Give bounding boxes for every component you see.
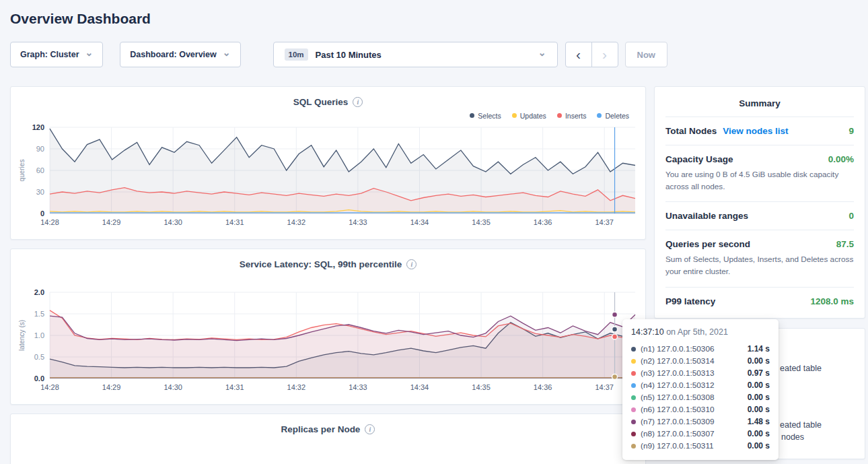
replicas-panel: Replicas per Node i bbox=[10, 413, 646, 464]
tooltip-node-label: (n4) 127.0.0.1:50312 bbox=[641, 380, 715, 390]
svg-text:14:30: 14:30 bbox=[164, 218, 182, 226]
series-color-dot-icon bbox=[631, 383, 636, 388]
graph-dropdown[interactable]: Graph: Cluster ⌄ bbox=[10, 42, 103, 67]
tooltip-node-value: 1.14 s bbox=[748, 344, 770, 354]
svg-text:14:29: 14:29 bbox=[102, 383, 121, 391]
svg-text:0.0: 0.0 bbox=[34, 374, 44, 383]
info-icon[interactable]: i bbox=[365, 424, 375, 434]
event-item-fragment: nodes bbox=[781, 432, 804, 442]
chevron-down-icon: ⌄ bbox=[223, 49, 231, 56]
info-icon[interactable]: i bbox=[353, 97, 363, 107]
tooltip-row: (n1) 127.0.0.1:503061.14 s bbox=[631, 343, 770, 355]
legend-item: Updates bbox=[512, 112, 546, 119]
tooltip-row: (n8) 127.0.0.1:503070.00 s bbox=[631, 428, 770, 440]
event-item-fragment: eated table bbox=[780, 364, 822, 373]
tooltip-node-value: 0.00 s bbox=[748, 429, 770, 438]
total-nodes-label: Total Nodes bbox=[665, 126, 717, 136]
svg-text:14:33: 14:33 bbox=[349, 383, 367, 391]
tooltip-row: (n9) 127.0.0.1:503110.00 s bbox=[631, 440, 770, 452]
capacity-label: Capacity Usage bbox=[665, 154, 733, 164]
tooltip-node-label: (n5) 127.0.0.1:50308 bbox=[641, 393, 715, 402]
time-prev-button[interactable]: ‹ bbox=[565, 42, 592, 67]
series-color-dot-icon bbox=[631, 444, 636, 449]
series-color-dot-icon bbox=[631, 420, 636, 424]
tooltip-node-value: 0.00 s bbox=[748, 393, 770, 402]
chevron-down-icon: ⌄ bbox=[538, 49, 546, 56]
svg-text:14:32: 14:32 bbox=[287, 383, 306, 391]
svg-text:latency (s): latency (s) bbox=[18, 320, 26, 351]
capacity-value: 0.00% bbox=[828, 154, 854, 164]
dashboard-dropdown[interactable]: Dashboard: Overview ⌄ bbox=[120, 42, 240, 67]
sql-queries-panel: SQL Queries i SelectsUpdatesInsertsDelet… bbox=[10, 86, 646, 240]
tooltip-node-label: (n8) 127.0.0.1:50307 bbox=[641, 429, 715, 438]
svg-text:14:34: 14:34 bbox=[410, 383, 429, 391]
summary-row-p99: P99 latency 1208.0 ms bbox=[665, 287, 854, 315]
legend-item: Inserts bbox=[557, 112, 587, 119]
svg-text:queries: queries bbox=[18, 160, 26, 182]
toolbar: Graph: Cluster ⌄ Dashboard: Overview ⌄ 1… bbox=[10, 42, 865, 67]
sql-queries-chart[interactable]: 14:2814:2914:3014:3114:3214:3314:3414:35… bbox=[16, 121, 639, 235]
chevron-right-icon: › bbox=[602, 46, 607, 63]
summary-title: Summary bbox=[665, 87, 854, 117]
tooltip-row: (n5) 127.0.0.1:503080.00 s bbox=[631, 391, 770, 403]
chevron-left-icon: ‹ bbox=[576, 46, 581, 63]
total-nodes-value: 9 bbox=[848, 126, 854, 136]
chart-hover-tooltip: 14:37:10 on Apr 5th, 2021 (n1) 127.0.0.1… bbox=[622, 319, 779, 460]
unavailable-label: Unavailable ranges bbox=[665, 211, 748, 221]
latency-chart[interactable]: 14:2814:2914:3014:3114:3214:3314:3414:35… bbox=[16, 286, 639, 400]
time-range-badge: 10m bbox=[285, 48, 308, 61]
chart-title-sql-queries: SQL Queries i bbox=[11, 87, 645, 107]
dashboard-dropdown-label: Dashboard: Overview bbox=[130, 50, 217, 59]
svg-text:14:36: 14:36 bbox=[534, 383, 552, 391]
capacity-desc: You are using 0 B of 4.5 GiB usable disk… bbox=[665, 169, 854, 193]
page-title: Overview Dashboard bbox=[10, 11, 865, 27]
svg-text:14:34: 14:34 bbox=[410, 218, 429, 226]
p99-value: 1208.0 ms bbox=[810, 296, 854, 306]
qps-label: Queries per second bbox=[665, 239, 750, 249]
svg-text:0.5: 0.5 bbox=[34, 353, 44, 361]
series-color-dot-icon bbox=[470, 113, 474, 118]
view-nodes-list-link[interactable]: View nodes list bbox=[723, 126, 788, 136]
info-icon[interactable]: i bbox=[406, 259, 417, 269]
unavailable-value: 0 bbox=[848, 211, 854, 221]
tooltip-node-value: 0.00 s bbox=[748, 356, 770, 366]
p99-label: P99 latency bbox=[665, 296, 715, 306]
svg-text:120: 120 bbox=[32, 123, 44, 131]
series-color-dot-icon bbox=[631, 347, 636, 352]
tooltip-node-label: (n2) 127.0.0.1:50314 bbox=[641, 356, 715, 366]
svg-text:14:36: 14:36 bbox=[534, 218, 552, 226]
sql-queries-legend: SelectsUpdatesInsertsDeletes bbox=[11, 107, 645, 119]
tooltip-node-value: 0.00 s bbox=[748, 380, 770, 390]
time-range-dropdown[interactable]: 10m Past 10 Minutes ⌄ bbox=[273, 42, 558, 67]
tooltip-node-label: (n3) 127.0.0.1:50313 bbox=[641, 368, 715, 378]
tooltip-node-label: (n1) 127.0.0.1:50306 bbox=[641, 344, 715, 354]
tooltip-row: (n2) 127.0.0.1:503140.00 s bbox=[631, 355, 770, 367]
tooltip-row: (n3) 127.0.0.1:503130.97 s bbox=[631, 367, 770, 379]
time-next-button[interactable]: › bbox=[591, 42, 618, 67]
series-color-dot-icon bbox=[631, 395, 636, 400]
charts-column: SQL Queries i SelectsUpdatesInsertsDelet… bbox=[10, 86, 646, 464]
graph-dropdown-label: Graph: Cluster bbox=[20, 50, 79, 59]
svg-text:60: 60 bbox=[36, 166, 44, 174]
chevron-down-icon: ⌄ bbox=[85, 49, 94, 56]
svg-text:14:37: 14:37 bbox=[595, 218, 614, 226]
tooltip-row: (n4) 127.0.0.1:503120.00 s bbox=[631, 379, 770, 391]
svg-text:14:33: 14:33 bbox=[349, 218, 367, 226]
svg-text:14:35: 14:35 bbox=[472, 218, 491, 226]
svg-text:14:31: 14:31 bbox=[225, 218, 244, 226]
summary-panel: Summary Total Nodes View nodes list 9 Ca… bbox=[654, 86, 865, 319]
tooltip-row: (n6) 127.0.0.1:503100.00 s bbox=[631, 403, 770, 416]
summary-row-unavailable: Unavailable ranges 0 bbox=[665, 201, 854, 230]
series-color-dot-icon bbox=[597, 113, 602, 118]
legend-item: Selects bbox=[470, 112, 501, 119]
time-range-label: Past 10 Minutes bbox=[316, 50, 382, 60]
svg-text:14:30: 14:30 bbox=[164, 383, 182, 391]
series-color-dot-icon bbox=[631, 359, 636, 364]
now-button[interactable]: Now bbox=[625, 42, 667, 67]
svg-text:2.0: 2.0 bbox=[34, 288, 44, 296]
svg-text:14:32: 14:32 bbox=[287, 218, 306, 226]
svg-text:30: 30 bbox=[36, 188, 44, 196]
event-item-fragment: eated table bbox=[780, 420, 822, 430]
tooltip-node-value: 0.00 s bbox=[748, 405, 770, 414]
summary-row-qps: Queries per second 87.5 Sum of Selects, … bbox=[665, 230, 854, 286]
